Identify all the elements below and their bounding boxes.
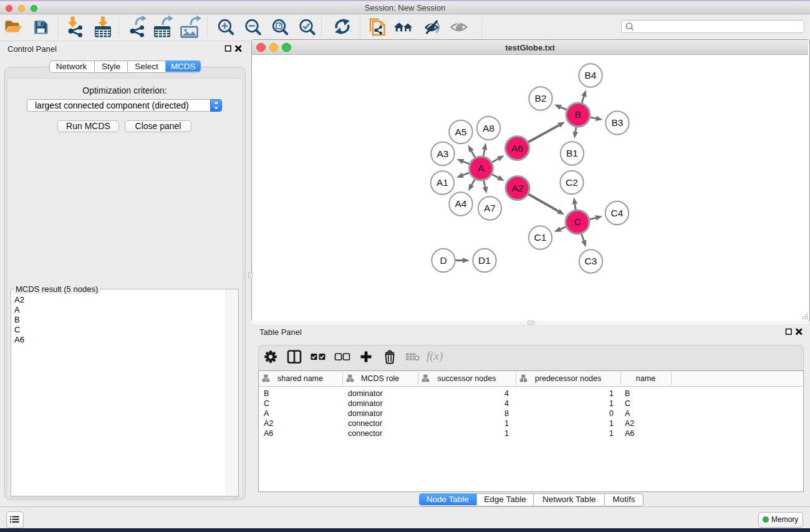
svg-text:C: C: [264, 399, 269, 408]
svg-text:1: 1: [609, 429, 614, 438]
svg-text:C: C: [574, 216, 581, 227]
svg-text:dominator: dominator: [348, 399, 383, 408]
svg-text:1: 1: [504, 429, 509, 438]
svg-text:predecessor nodes: predecessor nodes: [535, 374, 601, 383]
svg-text:D1: D1: [478, 255, 491, 266]
svg-text:4: 4: [504, 399, 509, 408]
svg-text:A: A: [478, 163, 485, 173]
svg-text:A: A: [625, 409, 630, 418]
svg-text:1: 1: [609, 419, 614, 428]
svg-text:4: 4: [504, 389, 509, 398]
svg-text:A2: A2: [625, 419, 634, 428]
svg-text:A: A: [264, 409, 269, 418]
svg-text:successor nodes: successor nodes: [438, 374, 496, 383]
svg-text:1: 1: [609, 389, 614, 398]
svg-text:B: B: [264, 389, 269, 398]
svg-text:D: D: [440, 255, 446, 266]
svg-text:A2: A2: [512, 183, 524, 193]
svg-text:A7: A7: [484, 203, 496, 213]
svg-text:A6: A6: [625, 429, 634, 438]
svg-text:B1: B1: [566, 148, 578, 158]
svg-text:0: 0: [609, 409, 614, 418]
svg-text:B2: B2: [535, 93, 547, 104]
svg-text:1: 1: [609, 399, 614, 408]
svg-text:A6: A6: [511, 143, 523, 153]
svg-text:A3: A3: [437, 148, 449, 159]
svg-text:A4: A4: [455, 198, 467, 209]
svg-text:B: B: [575, 109, 581, 120]
svg-text:8: 8: [504, 409, 509, 418]
svg-text:C2: C2: [566, 177, 578, 188]
svg-text:C4: C4: [611, 208, 624, 218]
svg-text:MCDS role: MCDS role: [361, 374, 399, 383]
svg-text:dominator: dominator: [348, 409, 383, 418]
svg-text:A1: A1: [436, 177, 448, 188]
svg-text:A2: A2: [264, 419, 273, 428]
svg-text:B3: B3: [612, 117, 624, 128]
svg-text:dominator: dominator: [348, 389, 383, 398]
svg-text:connector: connector: [348, 429, 382, 438]
svg-text:B4: B4: [585, 70, 597, 80]
svg-text:A8: A8: [483, 123, 494, 133]
svg-text:name: name: [636, 374, 655, 383]
svg-text:connector: connector: [348, 419, 382, 428]
svg-text:C3: C3: [585, 256, 597, 266]
svg-text:shared name: shared name: [277, 374, 323, 383]
svg-text:C: C: [625, 399, 630, 408]
svg-text:B: B: [625, 389, 630, 398]
svg-text:1: 1: [504, 419, 509, 428]
svg-text:A6: A6: [264, 429, 273, 438]
svg-text:C1: C1: [534, 232, 547, 243]
svg-text:A5: A5: [455, 127, 467, 137]
